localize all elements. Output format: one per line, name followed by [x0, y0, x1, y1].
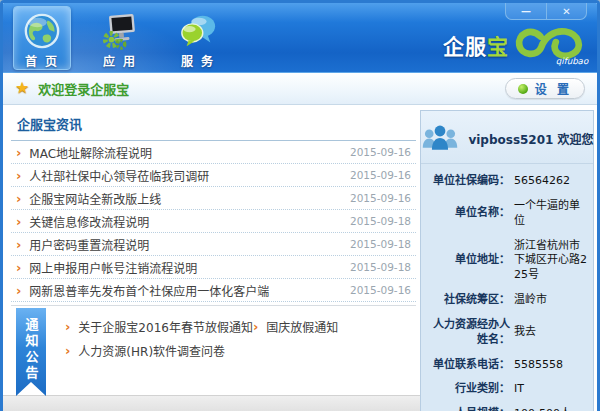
field-row: 单位名称： 一个牛逼的单位	[426, 199, 588, 229]
field-value: 我去	[514, 325, 536, 340]
news-item[interactable]: › 关键信息修改流程说明 2015-09-18	[11, 210, 416, 233]
news-item-date: 2015-09-16	[350, 284, 411, 296]
user-fields: 单位社保编码： 56564262 单位名称： 一个牛逼的单位 单位地址： 浙江省…	[421, 164, 593, 411]
nav-tab-services[interactable]: 服 务	[169, 6, 227, 70]
field-value: 56564262	[514, 174, 570, 189]
close-button[interactable]: ✕	[546, 3, 586, 19]
field-row: 人员规模： 100-500人	[426, 407, 588, 411]
news-item-date: 2015-09-16	[350, 169, 411, 181]
field-label: 社保统筹区：	[426, 293, 510, 308]
main-content: 企服宝资讯 › MAC地址解除流程说明 2015-09-16 › 人社部社保中心…	[3, 105, 597, 411]
field-value: 一个牛逼的单位	[514, 199, 588, 229]
qifubao-logo-icon: qifubao	[511, 21, 589, 69]
news-item-date: 2015-09-18	[350, 261, 411, 273]
news-item[interactable]: › 网上申报用户帐号注销流程说明 2015-09-18	[11, 256, 416, 279]
news-item-title: 用户密码重置流程说明	[29, 236, 340, 253]
field-label: 单位名称：	[426, 206, 510, 221]
main-nav: 首 页 应 用	[13, 6, 227, 70]
field-value: 温岭市	[514, 293, 547, 308]
titlebar: 首 页 应 用	[3, 3, 597, 73]
notice-item[interactable]: › 国庆放假通知	[253, 318, 412, 335]
field-row: 单位地址： 浙江省杭州市下城区开心路225号	[426, 239, 588, 284]
arrow-bullet-icon: ›	[16, 261, 21, 274]
news-item-date: 2015-09-16	[350, 146, 411, 158]
news-item[interactable]: › 人社部社保中心领导莅临我司调研 2015-09-16	[11, 164, 416, 187]
news-item-title: 网新恩普率先发布首个社保应用一体化客户端	[29, 282, 340, 299]
news-item[interactable]: › 用户密码重置流程说明 2015-09-18	[11, 233, 416, 256]
notice-item-title: 人力资源(HR)软件调查问卷	[78, 342, 225, 359]
news-item-title: 人社部社保中心领导莅临我司调研	[29, 167, 340, 184]
news-item-date: 2015-09-16	[350, 192, 411, 204]
field-label: 人员规模：	[426, 407, 510, 411]
arrow-bullet-icon: ›	[16, 146, 21, 159]
nav-tab-apps[interactable]: 应 用	[91, 6, 149, 70]
user-panel-header: vipboss5201 欢迎您	[421, 111, 593, 164]
field-value: 100-500人	[514, 407, 571, 411]
field-label: 人力资源经办人姓名：	[426, 318, 510, 348]
news-item-title: MAC地址解除流程说明	[29, 144, 340, 161]
news-item-title: 关键信息修改流程说明	[29, 213, 340, 230]
app-window: 首 页 应 用	[0, 0, 600, 411]
settings-button-label: 设 置	[535, 80, 572, 97]
nav-tab-label: 应 用	[103, 52, 137, 69]
arrow-bullet-icon: ›	[65, 344, 70, 357]
news-section-title: 企服宝资讯	[17, 117, 82, 132]
notice-item[interactable]: › 人力资源(HR)软件调查问卷	[65, 342, 253, 359]
notice-item-title: 关于企服宝2016年春节放假通知	[78, 318, 253, 335]
news-item-date: 2015-09-18	[350, 215, 411, 227]
nav-tab-home[interactable]: 首 页	[13, 6, 71, 70]
nav-tab-label: 首 页	[25, 52, 59, 69]
arrow-bullet-icon: ›	[65, 320, 70, 333]
nav-tab-label: 服 务	[181, 52, 215, 69]
field-label: 单位社保编码：	[426, 174, 510, 189]
field-label: 行业类别：	[426, 382, 510, 397]
monitor-gear-icon	[101, 12, 139, 50]
news-item[interactable]: › 网新恩普率先发布首个社保应用一体化客户端 2015-09-16	[11, 279, 416, 302]
minimize-button[interactable]: —	[506, 3, 546, 19]
notices-section: 通知公告 › 关于企服宝2016年春节放假通知 › 国庆放假通知 › 人力资源(…	[11, 305, 416, 393]
news-item[interactable]: › MAC地址解除流程说明 2015-09-16	[11, 141, 416, 164]
window-controls: — ✕	[505, 3, 587, 20]
field-row: 单位联系电话： 5585558	[426, 358, 588, 373]
brand-name: 企服宝	[443, 30, 509, 60]
field-row: 人力资源经办人姓名： 我去	[426, 318, 588, 348]
news-item[interactable]: › 企服宝网站全新改版上线 2015-09-16	[11, 187, 416, 210]
field-row: 社保统筹区： 温岭市	[426, 293, 588, 308]
notices-ribbon-tab[interactable]: 通知公告	[16, 308, 46, 396]
field-label: 单位联系电话：	[426, 358, 510, 373]
arrow-bullet-icon: ›	[16, 284, 21, 297]
username: vipboss5201	[468, 133, 553, 147]
field-label: 单位地址：	[426, 253, 510, 268]
settings-button[interactable]: 设 置	[505, 78, 585, 99]
notice-item-title: 国庆放假通知	[266, 318, 338, 335]
field-row: 单位社保编码： 56564262	[426, 174, 588, 189]
notices-list: › 关于企服宝2016年春节放假通知 › 国庆放假通知 › 人力资源(HR)软件…	[65, 318, 412, 359]
welcome-suffix: 欢迎您	[558, 133, 594, 147]
arrow-bullet-icon: ›	[16, 192, 21, 205]
arrow-bullet-icon: ›	[16, 169, 21, 182]
field-value: 5585558	[514, 358, 563, 373]
users-group-icon	[420, 124, 460, 152]
notice-item[interactable]: › 关于企服宝2016年春节放假通知	[65, 318, 253, 335]
brand-tagline: qifubao	[556, 56, 589, 66]
arrow-bullet-icon: ›	[16, 238, 21, 251]
news-item-title: 网上申报用户帐号注销流程说明	[29, 259, 340, 276]
news-item-title: 企服宝网站全新改版上线	[29, 190, 340, 207]
arrow-bullet-icon: ›	[253, 320, 258, 333]
star-icon: ★	[15, 80, 29, 96]
green-orb-icon	[518, 84, 528, 94]
brand-logo: 企服宝 qifubao	[443, 21, 589, 69]
user-info-panel: vipboss5201 欢迎您 单位社保编码： 56564262 单位名称： 一…	[420, 110, 594, 411]
field-value: 浙江省杭州市下城区开心路225号	[514, 239, 588, 284]
username-welcome: vipboss5201 欢迎您	[468, 130, 593, 147]
field-row: 行业类别： IT	[426, 382, 588, 397]
left-column: 企服宝资讯 › MAC地址解除流程说明 2015-09-16 › 人社部社保中心…	[3, 105, 420, 411]
news-section-header: 企服宝资讯	[11, 105, 416, 141]
globe-icon	[23, 12, 61, 50]
welcome-message: 欢迎登录企服宝	[38, 79, 129, 98]
news-item-date: 2015-09-18	[350, 238, 411, 250]
welcome-bar: ★ 欢迎登录企服宝 设 置	[3, 73, 597, 105]
arrow-bullet-icon: ›	[16, 215, 21, 228]
chat-bubbles-icon	[179, 12, 217, 50]
status-strip	[3, 395, 420, 411]
